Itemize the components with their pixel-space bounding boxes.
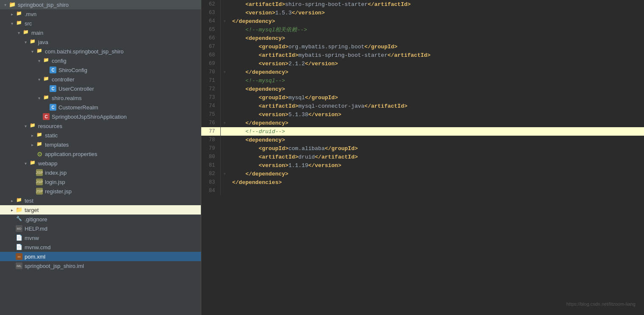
fold-icon-70[interactable]: ▿ xyxy=(223,70,226,75)
code-content-78: <dependency> xyxy=(229,136,644,144)
tree-label-shiroconfig: ShiroConfig xyxy=(58,67,87,73)
code-line-64: 64▿</dependency> xyxy=(201,17,644,25)
arrow-root xyxy=(2,3,8,7)
gutter-64: ▿ xyxy=(220,17,229,25)
folder-icon-controller: 📁 xyxy=(42,76,50,83)
arrow-com-pkg xyxy=(29,49,36,54)
tree-item-mvnw-cmd[interactable]: 📄 mvnw.cmd xyxy=(0,243,201,252)
code-line-68: 68 <artifactId>mybatis-spring-boot-start… xyxy=(201,51,644,59)
tree-label-webapp: webapp xyxy=(38,160,58,167)
tree-item-static[interactable]: 📁 static xyxy=(0,131,201,140)
arrow-static xyxy=(29,133,36,138)
tree-item-mvn[interactable]: 📁 .mvn xyxy=(0,9,201,19)
tree-item-login-jsp[interactable]: JSP login.jsp xyxy=(0,177,201,187)
code-line-63: 63 <version>1.5.3</version> xyxy=(201,8,644,17)
line-number-63: 63 xyxy=(201,8,220,17)
gutter-71 xyxy=(220,76,229,85)
tree-label-app-props: application.properties xyxy=(45,151,97,157)
tree-item-java[interactable]: 📁 java xyxy=(0,37,201,47)
watermark: https://blog.csdn.net/litzoom-liang xyxy=(566,301,636,307)
folder-icon-java: 📁 xyxy=(29,39,36,45)
tree-item-config[interactable]: 📁 config xyxy=(0,56,201,65)
arrow-controller xyxy=(36,77,42,82)
tree-label-com-pkg: com.baizhi.springboot_jsp_shiro xyxy=(45,48,124,55)
code-line-74: 74 <artifactId>mysql-connector-java</art… xyxy=(201,102,644,110)
tree-item-app-props[interactable]: ⚙ application.properties xyxy=(0,149,201,159)
tree-label-target: target xyxy=(25,207,39,213)
tree-item-shiroconfig[interactable]: C ShiroConfig xyxy=(0,65,201,75)
tree-item-com-pkg[interactable]: 📁 com.baizhi.springboot_jsp_shiro xyxy=(0,47,201,56)
tree-label-config: config xyxy=(52,58,67,64)
code-line-65: 65 <!--mysql相关依赖--> xyxy=(201,25,644,34)
iml-icon: IML xyxy=(15,262,23,269)
gutter-84 xyxy=(220,187,229,195)
tree-item-index-jsp[interactable]: JSP index.jsp xyxy=(0,168,201,177)
line-number-83: 83 xyxy=(201,178,220,187)
folder-icon-mvn: 📁 xyxy=(15,11,23,17)
gutter-75 xyxy=(220,110,229,119)
arrow-templates xyxy=(29,142,36,147)
line-number-77: 77 xyxy=(201,127,220,136)
tree-label-login-jsp: login.jsp xyxy=(45,179,65,185)
code-editor-panel[interactable]: 62 <artifactId>shiro-spring-boot-starter… xyxy=(201,0,644,315)
tree-item-target[interactable]: 📁 target xyxy=(0,205,201,215)
gutter-80 xyxy=(220,153,229,161)
folder-icon-resources: 📁 xyxy=(29,123,36,129)
tree-item-usercontroller[interactable]: C UserController xyxy=(0,84,201,93)
tree-label-main-app: SpringbootJspShiroApplication xyxy=(52,114,127,120)
tree-label-resources: resources xyxy=(38,123,62,129)
tree-item-test[interactable]: 📁 test xyxy=(0,196,201,205)
line-number-70: 70 xyxy=(201,68,220,76)
fold-icon-64[interactable]: ▿ xyxy=(223,19,226,24)
tree-item-pom-xml[interactable]: m pom.xml xyxy=(0,252,201,261)
code-content-62: <artifactId>shiro-spring-boot-starter</a… xyxy=(229,0,644,8)
arrow-webapp xyxy=(22,161,29,166)
tree-item-templates[interactable]: 📁 templates xyxy=(0,140,201,149)
code-content-81: <version>1.1.19</version> xyxy=(229,161,644,170)
tree-item-src[interactable]: 📁 src xyxy=(0,19,201,28)
code-line-78: 78 <dependency> xyxy=(201,136,644,144)
code-content-82: </dependency> xyxy=(229,170,644,178)
code-content-64: </dependency> xyxy=(229,17,644,25)
folder-icon-templates: 📁 xyxy=(36,141,43,148)
code-table: 62 <artifactId>shiro-spring-boot-starter… xyxy=(201,0,644,195)
tree-item-iml[interactable]: IML springboot_jsp_shiro.iml xyxy=(0,261,201,270)
tree-label-root: springboot_jsp_shiro xyxy=(18,2,69,8)
tree-item-webapp[interactable]: 📁 webapp xyxy=(0,159,201,168)
tree-item-main[interactable]: 📁 main xyxy=(0,28,201,37)
line-number-80: 80 xyxy=(201,153,220,161)
gutter-78 xyxy=(220,136,229,144)
line-number-72: 72 xyxy=(201,85,220,93)
folder-icon-src: 📁 xyxy=(15,20,23,27)
folder-icon-target: 📁 xyxy=(15,206,23,213)
file-tree-panel[interactable]: 📁 springboot_jsp_shiro 📁 .mvn 📁 src 📁 ma… xyxy=(0,0,201,315)
tree-item-help-md[interactable]: MD HELP.md xyxy=(0,224,201,233)
tree-item-customerrealm[interactable]: C CustomerRealm xyxy=(0,103,201,112)
tree-item-shiro-realms[interactable]: 📁 shiro.realms xyxy=(0,93,201,103)
jsp-icon-index: JSP xyxy=(36,169,43,176)
code-line-70: 70▿ </dependency> xyxy=(201,68,644,76)
code-content-84 xyxy=(229,187,644,195)
code-content-77: <!--druid--> xyxy=(229,127,644,136)
code-line-69: 69 <version>2.1.2</version> xyxy=(201,59,644,68)
gutter-69 xyxy=(220,59,229,68)
gutter-81 xyxy=(220,161,229,170)
line-number-73: 73 xyxy=(201,93,220,102)
code-content-69: <version>2.1.2</version> xyxy=(229,59,644,68)
line-number-69: 69 xyxy=(201,59,220,68)
tree-item-resources[interactable]: 📁 resources xyxy=(0,121,201,131)
tree-item-root[interactable]: 📁 springboot_jsp_shiro xyxy=(0,0,201,9)
tree-item-gitignore[interactable]: 🔧 .gitignore xyxy=(0,215,201,224)
fold-icon-82[interactable]: ▿ xyxy=(223,172,226,176)
code-content-70: </dependency> xyxy=(229,68,644,76)
fold-icon-76[interactable]: ▿ xyxy=(223,121,226,125)
code-line-76: 76▿ </dependency> xyxy=(201,119,644,127)
code-content-71: <!--mysql--> xyxy=(229,76,644,85)
tree-label-main: main xyxy=(31,30,43,36)
tree-item-controller[interactable]: 📁 controller xyxy=(0,75,201,84)
tree-item-main-app[interactable]: C SpringbootJspShiroApplication xyxy=(0,112,201,121)
code-content-80: <artifactId>druid</artifactId> xyxy=(229,153,644,161)
tree-item-register-jsp[interactable]: JSP register.jsp xyxy=(0,187,201,196)
tree-item-mvnw[interactable]: 📄 mvnw xyxy=(0,233,201,243)
folder-icon-main: 📁 xyxy=(22,29,30,36)
